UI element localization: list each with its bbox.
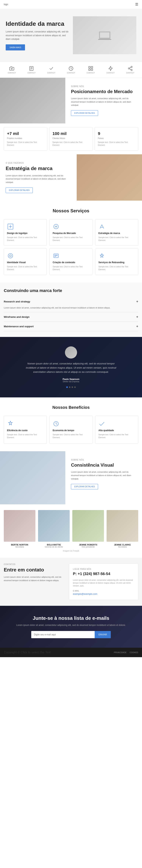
service-name-5: Serviços de Rebranding	[99, 261, 135, 264]
icon-item-7: CONTACT	[126, 66, 134, 74]
consistency-description: Lorem ipsum dolor sit amet, consectetur …	[71, 470, 136, 480]
stat-card-2: 9 Países Sample text. Click to select th…	[95, 127, 138, 151]
service-desc-0: Sample text. Click to select the Text El…	[7, 236, 43, 242]
stat-value-0: +7 mil	[7, 131, 44, 136]
benefit-desc-1: Sample text. Click to select the Text El…	[52, 433, 89, 439]
service-icon-0	[7, 223, 14, 230]
navbar: logo ☰	[0, 0, 142, 9]
about-cta-button[interactable]: EXPLORAR DETALHES	[71, 110, 98, 116]
service-name-0: Design de logotipo	[7, 232, 43, 235]
team-card-2: JENNIE ROBERTS Vice-presidente	[72, 510, 104, 548]
service-name-4: Criação de conteúdo	[52, 261, 89, 264]
stat-desc-0: Sample text. Click to select the Text El…	[7, 141, 44, 147]
testimonial-section: Nomen ipsum dolor sit amet, consectetur …	[0, 337, 142, 397]
menu-icon[interactable]: ☰	[135, 2, 138, 6]
service-card-4: Criação de conteúdo Sample text. Click t…	[49, 248, 93, 275]
icon-item-2: CONTACT	[28, 66, 36, 74]
accordion-section: Construindo uma marca forte Research and…	[0, 282, 142, 337]
svg-line-16	[130, 69, 131, 70]
wwdo-image-placeholder	[77, 154, 142, 200]
contact-email-label: E-MAIL	[73, 590, 134, 592]
svg-point-14	[128, 68, 130, 69]
testimonial-dots	[6, 386, 136, 388]
consistency-cta-button[interactable]: EXPLORAR DETALHES	[71, 484, 98, 489]
about-image	[0, 78, 65, 123]
avatar-placeholder	[65, 346, 77, 359]
service-icon-3	[7, 252, 14, 259]
consistency-image	[0, 451, 65, 504]
team-role-3: Secretária	[107, 546, 138, 548]
stat-card-0: +7 mil Projetos mundiais Sample text. Cl…	[4, 127, 47, 151]
dot-3[interactable]	[74, 386, 76, 388]
stat-label-0: Projetos mundiais	[7, 137, 44, 140]
stat-label-2: Países	[98, 137, 135, 140]
accordion-header-0[interactable]: Research and strategy +	[4, 297, 138, 306]
email-input[interactable]	[31, 631, 95, 638]
service-card-5: Serviços de Rebranding Sample text. Clic…	[95, 248, 138, 275]
team-photo-1	[38, 510, 70, 542]
benefit-icon-0	[7, 420, 14, 427]
accordion-header-1[interactable]: Wireframe and design +	[4, 312, 138, 321]
svg-rect-10	[91, 67, 93, 68]
footer-link-privacy[interactable]: PRIVACIDADE	[114, 651, 127, 654]
dot-1[interactable]	[69, 386, 70, 388]
benefit-name-2: Alta qualidade	[99, 429, 135, 432]
service-card-3: Identidade Visual Sample text. Click to …	[4, 248, 47, 275]
benefits-section: Nossos Benefícios Eficiência de custo Sa…	[0, 397, 142, 451]
svg-point-15	[131, 69, 132, 71]
stat-desc-1: Sample text. Click to select the Text El…	[52, 141, 90, 147]
hero-image-placeholder	[73, 16, 136, 54]
about-content: SOBRE NÓS Posicionamento de Mercado Lore…	[65, 78, 142, 123]
clock-icon	[68, 66, 74, 71]
svg-rect-9	[89, 67, 90, 68]
testimonial-role: Diretor da Empresa	[6, 380, 136, 383]
dot-2[interactable]	[72, 386, 73, 388]
svg-point-21	[9, 255, 11, 257]
footer-link-cookies[interactable]: COOKIES	[130, 651, 138, 654]
about-label: SOBRE NÓS	[71, 85, 136, 87]
service-desc-4: Sample text. Click to select the Text El…	[52, 265, 89, 271]
contact-email: exemplo@exemplo.com	[73, 593, 134, 595]
hero-text: Identidade da marca Lorem ipsum dolor si…	[6, 20, 73, 51]
dot-0[interactable]	[66, 386, 68, 388]
icon-label-1: CONTACT	[8, 72, 16, 74]
footer-copyright: Copyright © Click to select the Text	[4, 651, 51, 654]
hero-description: Lorem ipsum dolor sit amet, consectetur …	[6, 30, 69, 41]
consistency-label: SOBRE NÓS	[71, 459, 136, 461]
hero-cta-button[interactable]: SAIBA MAIS	[6, 44, 25, 51]
email-signup-title: Junte-se à nossa lista de e-mails	[6, 615, 136, 621]
team-photo-0	[4, 510, 35, 542]
contact-right: LIGUE PARA NÓS P: +1 (324) 987-56-54 Lor…	[69, 563, 138, 600]
wwdo-cta-button[interactable]: EXPLORAR DETALHES	[6, 188, 33, 193]
consistency-content: SOBRE NÓS Consistência Visual Lorem ipsu…	[65, 451, 142, 504]
accordion-header-2[interactable]: Maintenance and support +	[4, 322, 138, 331]
contact-left: CONTATOS Entre em contato Lorem ipsum do…	[4, 563, 69, 600]
accordion-item-1: Wireframe and design +	[4, 312, 138, 322]
stats-section: +7 mil Projetos mundiais Sample text. Cl…	[0, 123, 142, 154]
accordion-label-0: Research and strategy	[4, 300, 30, 303]
email-submit-button[interactable]: ENVIAR	[95, 631, 111, 638]
wwdo-title: Estratégia de marca	[6, 165, 71, 172]
team-role-2: Vice-presidente	[72, 546, 104, 548]
team-photo-2	[72, 510, 104, 542]
camera-icon	[9, 66, 14, 71]
service-desc-3: Sample text. Click to select the Text El…	[7, 265, 43, 271]
about-image-placeholder	[0, 78, 65, 123]
accordion-label-2: Maintenance and support	[4, 325, 34, 328]
accordion-title: Construindo uma marca forte	[4, 288, 138, 293]
accordion-plus-2: +	[136, 324, 138, 329]
svg-line-17	[130, 67, 131, 68]
contact-right-description: Lorem ipsum dolor sit amet, consectetur …	[73, 579, 134, 587]
service-name-3: Identidade Visual	[7, 261, 43, 264]
svg-rect-20	[8, 253, 13, 258]
svg-rect-1	[100, 32, 109, 38]
about-section: SOBRE NÓS Posicionamento de Mercado Lore…	[0, 78, 142, 123]
icon-label-7: CONTACT	[126, 72, 134, 74]
icon-item-3: CONTACT	[47, 66, 55, 74]
accordion-plus-0: +	[136, 300, 138, 304]
service-card-2: Estratégia de marca Sample text. Click t…	[95, 219, 138, 246]
stat-value-1: 100 mil	[52, 131, 90, 136]
benefits-title: Nossos Benefícios	[4, 405, 138, 410]
share-icon	[128, 66, 133, 71]
stat-desc-2: Sample text. Click to select the Text El…	[98, 141, 135, 147]
